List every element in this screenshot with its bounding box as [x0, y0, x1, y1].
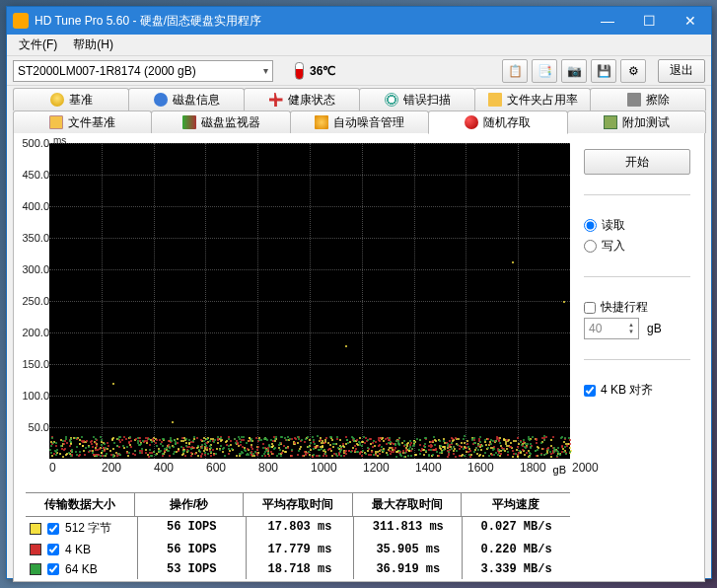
table-row: 512 字节56 IOPS17.803 ms311.813 ms0.027 MB… [26, 517, 570, 540]
copy-screenshot-button[interactable]: 📑 [532, 59, 557, 83]
table-row: 4 KB56 IOPS17.779 ms35.905 ms0.220 MB/s [26, 540, 570, 559]
health-icon [269, 93, 283, 107]
minimize-button[interactable]: — [587, 7, 628, 35]
short-stroke-group: 快捷行程 40 ▲▼ gB [584, 297, 690, 339]
thermometer-icon [295, 62, 304, 80]
y-axis-labels: 50.0100.0150.0200.0250.0300.0350.0400.04… [20, 143, 49, 459]
row-checkbox[interactable] [47, 544, 59, 555]
col-header: 平均存取时间 [243, 493, 352, 516]
results-table: 传输数据大小操作/秒平均存取时间最大存取时间平均速度 512 字节56 IOPS… [26, 492, 570, 579]
side-pane: 开始 读取 写入 快捷行程 40 ▲▼ gB [574, 133, 704, 581]
extra-icon [604, 115, 617, 129]
close-button[interactable]: ✕ [670, 7, 711, 35]
spinner-arrows[interactable]: ▲▼ [628, 322, 634, 335]
info-icon [154, 93, 168, 107]
table-body: 512 字节56 IOPS17.803 ms311.813 ms0.027 MB… [26, 517, 570, 579]
monitor-icon [182, 115, 196, 129]
col-header: 操作/秒 [134, 493, 244, 516]
window-title: HD Tune Pro 5.60 - 硬盘/固态硬盘实用程序 [35, 13, 587, 30]
copy-info-button[interactable]: 📋 [502, 59, 528, 83]
temperature: 36℃ [295, 62, 335, 80]
drive-select[interactable]: ST2000LM007-1R8174 (2000 gB) ▾ [13, 60, 273, 82]
row-label: 512 字节 [65, 520, 111, 537]
separator [584, 194, 690, 195]
tabs-row-1: 基准 磁盘信息 健康状态 错误扫描 文件夹占用率 擦除 [13, 88, 705, 110]
options-button[interactable]: ⚙ [620, 59, 646, 83]
temperature-value: 36℃ [310, 64, 335, 78]
row-checkbox[interactable] [47, 563, 59, 575]
x-axis-labels: 0200400600800100012001400160018002000 [49, 461, 572, 475]
random-icon [465, 115, 478, 129]
stroke-value-row: 40 ▲▼ gB [584, 318, 690, 339]
mode-group: 读取 写入 [584, 215, 690, 257]
magnifier-icon [385, 93, 398, 107]
chart: gB [49, 143, 570, 459]
exit-button[interactable]: 退出 [658, 59, 705, 83]
app-icon [13, 13, 29, 29]
save-button[interactable]: 💾 [591, 59, 616, 83]
table-row: 64 KB53 IOPS18.718 ms36.919 ms3.339 MB/s [26, 559, 570, 579]
radio-write-input[interactable] [584, 240, 597, 253]
tab-file-benchmark[interactable]: 文件基准 [13, 110, 152, 133]
start-button[interactable]: 开始 [584, 149, 690, 175]
checkbox-4kb-align[interactable]: 4 KB 对齐 [584, 380, 690, 401]
checkbox-short-stroke[interactable]: 快捷行程 [584, 297, 690, 318]
tab-content: ms 50.0100.0150.0200.0250.0300.0350.0400… [13, 132, 705, 582]
row-checkbox[interactable] [47, 523, 59, 535]
maximize-button[interactable]: ☐ [628, 7, 670, 35]
table-header: 传输数据大小操作/秒平均存取时间最大存取时间平均速度 [26, 492, 570, 517]
col-header: 平均速度 [461, 493, 570, 516]
menu-help[interactable]: 帮助(H) [65, 35, 121, 55]
row-label: 64 KB [65, 562, 98, 576]
align-group: 4 KB 对齐 [584, 380, 690, 401]
color-swatch [30, 544, 41, 555]
app-window: HD Tune Pro 5.60 - 硬盘/固态硬盘实用程序 — ☐ ✕ 文件(… [6, 6, 712, 579]
screenshot-button[interactable]: 📷 [561, 59, 587, 83]
trash-icon [627, 93, 641, 107]
tab-aam[interactable]: 自动噪音管理 [290, 110, 429, 133]
tab-folder-usage[interactable]: 文件夹占用率 [474, 88, 591, 110]
radio-write[interactable]: 写入 [584, 236, 690, 257]
speaker-icon [315, 115, 328, 129]
menu-file[interactable]: 文件(F) [11, 35, 65, 55]
tab-random-access[interactable]: 随机存取 [428, 110, 567, 134]
checkbox-4kb-align-input[interactable] [584, 385, 596, 397]
color-swatch [30, 523, 41, 535]
separator [584, 276, 690, 277]
tab-disk-monitor[interactable]: 磁盘监视器 [151, 110, 290, 133]
toolbar: ST2000LM007-1R8174 (2000 gB) ▾ 36℃ 📋 📑 📷… [7, 56, 711, 86]
color-swatch [30, 563, 41, 575]
tab-benchmark[interactable]: 基准 [13, 88, 129, 110]
chevron-down-icon: ▾ [263, 65, 268, 76]
window-buttons: — ☐ ✕ [587, 7, 711, 35]
chart-scatter [49, 143, 570, 459]
stroke-unit: gB [647, 322, 662, 335]
titlebar: HD Tune Pro 5.60 - 硬盘/固态硬盘实用程序 — ☐ ✕ [7, 7, 711, 35]
folder-icon [488, 93, 502, 107]
file-icon [49, 115, 63, 129]
col-header: 传输数据大小 [26, 493, 134, 516]
separator [584, 359, 690, 360]
tabs-row-2: 文件基准 磁盘监视器 自动噪音管理 随机存取 附加测试 [13, 110, 705, 133]
tab-health[interactable]: 健康状态 [244, 88, 360, 110]
tab-extra-tests[interactable]: 附加测试 [567, 110, 706, 133]
radio-read-input[interactable] [584, 219, 597, 232]
drive-select-value: ST2000LM007-1R8174 (2000 gB) [18, 64, 196, 78]
radio-read[interactable]: 读取 [584, 215, 690, 236]
row-label: 4 KB [65, 543, 91, 556]
tab-error-scan[interactable]: 错误扫描 [359, 88, 475, 110]
tab-area: 基准 磁盘信息 健康状态 错误扫描 文件夹占用率 擦除 文件基准 磁盘监视器 自… [7, 86, 711, 582]
tab-disk-info[interactable]: 磁盘信息 [128, 88, 245, 110]
x-unit: gB [553, 464, 566, 476]
col-header: 最大存取时间 [352, 493, 462, 516]
checkbox-short-stroke-input[interactable] [584, 302, 596, 314]
stroke-spinner[interactable]: 40 ▲▼ [584, 318, 639, 339]
chart-pane: ms 50.0100.0150.0200.0250.0300.0350.0400… [14, 133, 574, 581]
menubar: 文件(F) 帮助(H) [7, 35, 711, 56]
bulb-icon [50, 93, 64, 107]
tab-erase[interactable]: 擦除 [590, 88, 706, 110]
